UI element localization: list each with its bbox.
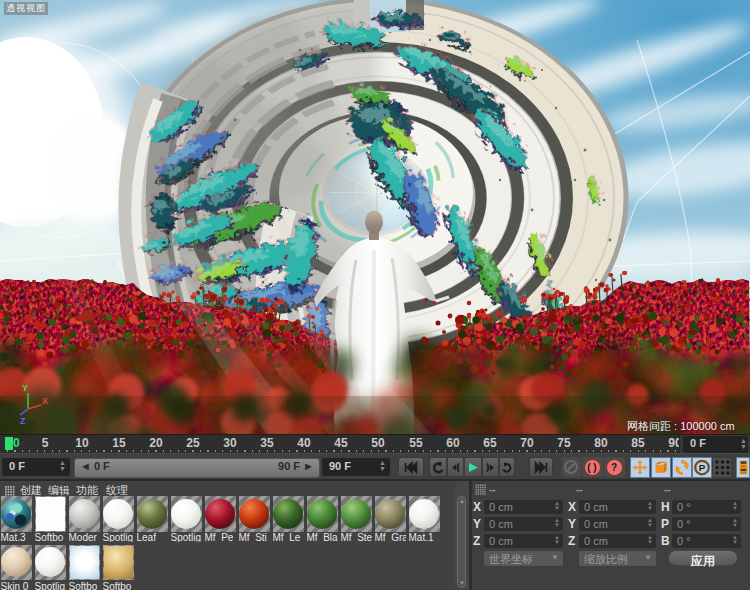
svg-text:X: X xyxy=(42,396,48,406)
svg-text:Z: Z xyxy=(20,416,26,426)
svg-text:P: P xyxy=(699,462,706,473)
svg-text:Y: Y xyxy=(22,383,28,393)
